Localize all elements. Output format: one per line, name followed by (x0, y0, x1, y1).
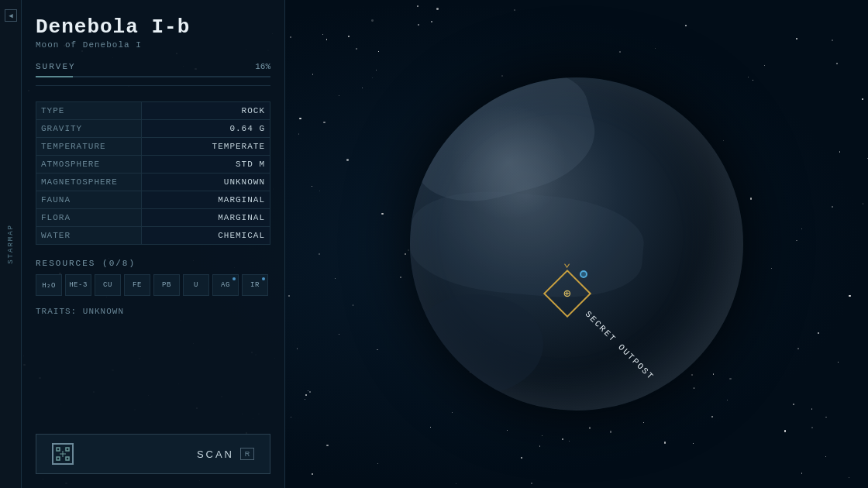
stat-value: TEMPERATE (141, 138, 270, 156)
stats-table: TYPEROCKGRAVITY0.64 GTEMPERATURETEMPERAT… (36, 101, 270, 245)
traits-line: TRAITS: UNKNOWN (36, 307, 270, 316)
table-row: ATMOSPHERESTD M (36, 156, 270, 174)
planet-title: Denebola I-b (36, 15, 270, 39)
scan-button[interactable]: SCAN R (36, 434, 270, 474)
scan-key: R (240, 448, 254, 460)
stat-value: 0.64 G (141, 120, 270, 138)
table-row: FLORAMARGINAL (36, 209, 270, 227)
stat-value: CHEMICAL (141, 227, 270, 245)
info-panel: Denebola I-b Moon of Denebola I SURVEY 1… (22, 0, 285, 488)
poi-dot (580, 270, 587, 278)
survey-label: SURVEY (36, 62, 76, 71)
resource-item: He-3 (65, 274, 91, 296)
sidebar-strip: ◀ STARMAP (0, 0, 22, 488)
resource-item: H₂O (36, 274, 62, 296)
stat-key: TYPE (36, 102, 142, 120)
scan-icon (52, 443, 74, 465)
stat-key: TEMPERATURE (36, 138, 142, 156)
resources-items: H₂OHe-3CuFePbUAgIr (36, 274, 270, 296)
stat-key: ATMOSPHERE (36, 156, 142, 174)
stat-value: MARGINAL (141, 191, 270, 209)
back-arrow[interactable]: ◀ (5, 9, 17, 22)
stat-key: FAUNA (36, 191, 142, 209)
svg-rect-2 (57, 457, 60, 460)
poi-chevron-icon: ⌄ (563, 255, 571, 270)
table-row: FAUNAMARGINAL (36, 191, 270, 209)
resource-item: Cu (95, 274, 121, 296)
table-row: TEMPERATURETEMPERATE (36, 138, 270, 156)
resource-item: Ag (212, 274, 239, 296)
svg-rect-1 (66, 448, 69, 451)
resource-item: Ir (242, 274, 268, 296)
planet-surface (410, 77, 743, 411)
table-row: TYPEROCK (36, 102, 270, 120)
planet-subtitle: Moon of Denebola I (36, 40, 270, 50)
stat-value: ROCK (141, 102, 270, 120)
resource-item: Fe (124, 274, 150, 296)
svg-rect-0 (57, 448, 60, 451)
survey-bar-container: SURVEY 16% (36, 62, 270, 86)
survey-percent: 16% (255, 62, 270, 71)
scan-section: SCAN R (36, 434, 270, 474)
survey-bar-bg (36, 76, 270, 77)
resources-section: RESOURCES (0/8) H₂OHe-3CuFePbUAgIr (36, 259, 270, 296)
starmap-label: STARMAP (7, 224, 15, 264)
stat-value: UNKNOWN (141, 174, 270, 191)
planet-view: ⌄ ⊕ SECRET OUTPOST (285, 0, 868, 488)
resource-item: Pb (153, 274, 180, 296)
stat-key: FLORA (36, 209, 142, 227)
survey-bar-fill (36, 76, 73, 77)
stat-value: MARGINAL (141, 209, 270, 227)
planet-sphere: ⌄ ⊕ SECRET OUTPOST (410, 77, 743, 411)
resources-header: RESOURCES (0/8) (36, 259, 270, 268)
table-row: MAGNETOSPHEREUNKNOWN (36, 174, 270, 191)
scan-label-wrap: SCAN R (197, 448, 254, 460)
stat-key: WATER (36, 227, 142, 245)
scan-text: SCAN (197, 448, 234, 460)
table-row: WATERCHEMICAL (36, 227, 270, 245)
stat-value: STD M (141, 156, 270, 174)
table-row: GRAVITY0.64 G (36, 120, 270, 138)
stat-key: MAGNETOSPHERE (36, 174, 142, 191)
poi-marker: ⌄ ⊕ SECRET OUTPOST (550, 277, 584, 311)
poi-inner-icon: ⊕ (563, 286, 571, 301)
back-arrow-icon: ◀ (9, 12, 12, 20)
stat-key: GRAVITY (36, 120, 142, 138)
svg-rect-3 (66, 457, 69, 460)
resource-item: U (183, 274, 209, 296)
planet-highlight (450, 104, 567, 221)
